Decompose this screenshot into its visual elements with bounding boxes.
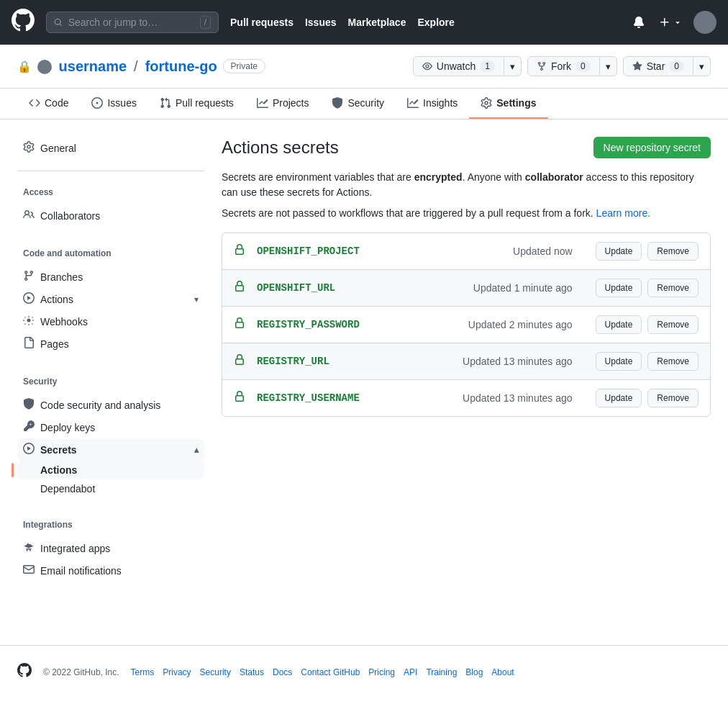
tab-settings[interactable]: Settings (469, 89, 547, 119)
secret-actions-2: Update Remove (596, 315, 699, 334)
tab-code[interactable]: Code (17, 89, 80, 119)
unwatch-dropdown[interactable]: ▾ (504, 56, 522, 76)
footer-link-pricing[interactable]: Pricing (368, 667, 395, 677)
sidebar-section-access: Access Collaborators (17, 183, 204, 227)
star-button[interactable]: Star 0 (623, 56, 693, 76)
search-input[interactable] (68, 17, 194, 28)
sidebar-section-integrations: Integrations Integrated apps Email notif… (17, 515, 204, 582)
sidebar-section-code-automation: Code and automation Branches Actions ▾ (17, 244, 204, 355)
sidebar-item-branches[interactable]: Branches (17, 266, 204, 288)
sidebar-item-deploy-keys[interactable]: Deploy keys (17, 416, 204, 438)
sidebar-item-collaborators[interactable]: Collaborators (17, 204, 204, 227)
footer-link-training[interactable]: Training (426, 667, 457, 677)
repo-separator: / (134, 58, 138, 75)
avatar[interactable] (693, 11, 716, 34)
nav-pull-requests[interactable]: Pull requests (230, 17, 294, 28)
search-bar[interactable]: / (46, 12, 219, 33)
update-button-1[interactable]: Update (596, 279, 642, 297)
update-button-4[interactable]: Update (596, 389, 642, 407)
unwatch-count: 1 (480, 60, 495, 72)
footer-link-terms[interactable]: Terms (131, 667, 155, 677)
sidebar-item-webhooks[interactable]: Webhooks (17, 310, 204, 333)
nav-explore[interactable]: Explore (417, 17, 454, 28)
sidebar-section-security: Security Code security and analysis Depl… (17, 372, 204, 498)
tab-projects[interactable]: Projects (245, 89, 321, 119)
footer-links: Terms Privacy Security Status Docs Conta… (131, 667, 514, 677)
footer-link-status[interactable]: Status (240, 667, 264, 677)
secrets-description: Secrets are environment variables that a… (222, 170, 711, 200)
secrets-table: OPENSHIFT_PROJECT Updated now Update Rem… (222, 233, 711, 417)
lock-green-icon-2 (234, 317, 245, 332)
sidebar-item-integrated-apps[interactable]: Integrated apps (17, 537, 204, 559)
sidebar-item-general[interactable]: General (17, 137, 204, 159)
footer-link-blog[interactable]: Blog (465, 667, 483, 677)
secret-updated-2: Updated 2 minutes ago (468, 319, 573, 330)
star-btn-group: Star 0 ▾ (623, 56, 711, 76)
footer-link-security[interactable]: Security (200, 667, 231, 677)
repo-header-left: 🔒 usernameusername / fortune-go Private (17, 58, 265, 75)
remove-button-0[interactable]: Remove (647, 242, 699, 261)
update-button-2[interactable]: Update (596, 315, 642, 334)
secret-updated-1: Updated 1 minute ago (473, 282, 573, 294)
content-header: Actions secrets New repository secret (222, 137, 711, 158)
top-nav-right (630, 11, 716, 34)
sidebar-item-email-notifications[interactable]: Email notifications (17, 559, 204, 582)
mail-icon (23, 564, 35, 577)
new-repository-secret-button[interactable]: New repository secret (593, 137, 711, 158)
footer-link-privacy[interactable]: Privacy (163, 667, 191, 677)
sidebar: General Access Collaborators Code and au… (17, 137, 204, 599)
repo-header-right: Unwatch 1 ▾ Fork 0 ▾ Star 0 ▾ (413, 56, 711, 76)
update-button-0[interactable]: Update (596, 242, 642, 261)
remove-button-2[interactable]: Remove (647, 315, 699, 334)
tab-issues[interactable]: Issues (80, 89, 147, 119)
footer-link-docs[interactable]: Docs (273, 667, 292, 677)
sidebar-item-actions[interactable]: Actions ▾ (17, 288, 204, 310)
tab-insights[interactable]: Insights (396, 89, 469, 119)
remove-button-4[interactable]: Remove (647, 389, 699, 407)
branch-icon (23, 270, 35, 284)
github-logo[interactable] (12, 9, 35, 36)
lock-green-icon-1 (234, 281, 245, 295)
star-dropdown[interactable]: ▾ (693, 56, 711, 76)
repo-header: 🔒 usernameusername / fortune-go Private … (0, 45, 728, 89)
nav-issues[interactable]: Issues (305, 17, 337, 28)
top-nav: / Pull requests Issues Marketplace Explo… (0, 0, 728, 45)
table-row: REGISTRY_URL Updated 13 minutes ago Upda… (222, 343, 710, 380)
table-row: REGISTRY_USERNAME Updated 13 minutes ago… (222, 380, 710, 416)
lock-green-icon-3 (234, 354, 245, 369)
sidebar-item-code-security[interactable]: Code security and analysis (17, 394, 204, 416)
sidebar-item-pages[interactable]: Pages (17, 333, 204, 355)
sidebar-sub-item-actions[interactable]: Actions (17, 461, 204, 479)
new-button[interactable] (656, 14, 685, 31)
update-button-3[interactable]: Update (596, 352, 642, 371)
fork-dropdown[interactable]: ▾ (600, 56, 617, 76)
footer-link-contact[interactable]: Contact GitHub (301, 667, 360, 677)
footer-logo (17, 663, 32, 681)
secret-actions-3: Update Remove (596, 352, 699, 371)
remove-button-1[interactable]: Remove (647, 279, 699, 297)
sidebar-sub-item-dependabot[interactable]: Dependabot (17, 479, 204, 498)
tab-pull-requests[interactable]: Pull requests (148, 89, 245, 119)
unwatch-button[interactable]: Unwatch 1 (413, 56, 504, 76)
tab-nav: Code Issues Pull requests Projects Secur… (0, 89, 728, 119)
pages-icon (23, 337, 35, 351)
main-layout: General Access Collaborators Code and au… (0, 119, 728, 616)
fork-button[interactable]: Fork 0 (527, 56, 600, 76)
footer-link-api[interactable]: API (404, 667, 417, 677)
key-icon (23, 420, 35, 434)
footer-link-about[interactable]: About (491, 667, 514, 677)
notifications-button[interactable] (630, 14, 647, 31)
learn-more-link[interactable]: Learn more. (596, 207, 650, 219)
remove-button-3[interactable]: Remove (647, 352, 699, 371)
repo-name[interactable]: fortune-go (145, 58, 217, 75)
nav-marketplace[interactable]: Marketplace (348, 17, 406, 28)
secret-actions-4: Update Remove (596, 389, 699, 407)
lock-green-icon-4 (234, 391, 245, 405)
repo-owner[interactable]: usernameusername (37, 58, 127, 75)
tab-security[interactable]: Security (320, 89, 396, 119)
secret-name-0: OPENSHIFT_PROJECT (257, 245, 501, 257)
people-icon (23, 209, 35, 222)
sidebar-item-secrets[interactable]: Secrets ▴ (17, 438, 204, 461)
actions-icon (23, 292, 35, 306)
sidebar-section-label-code: Code and automation (17, 244, 204, 263)
